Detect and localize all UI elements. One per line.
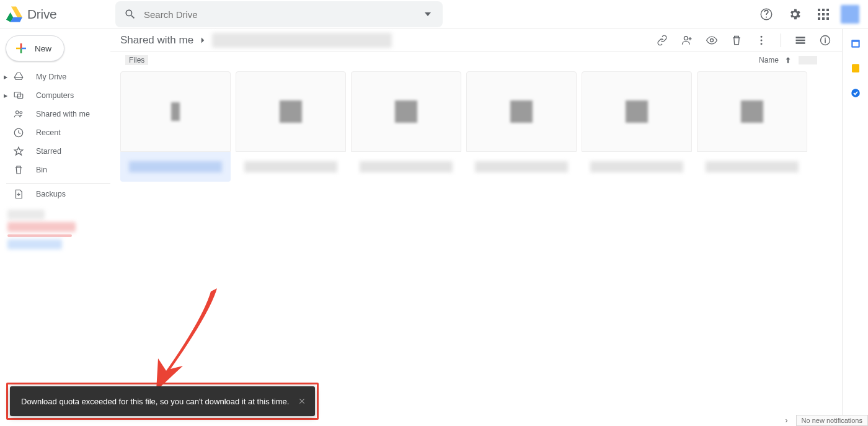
list-view-icon[interactable] [794,33,807,47]
sidebar-item-starred[interactable]: Starred [0,142,110,161]
sidebar-item-label: Recent [36,128,61,137]
new-button[interactable]: New [6,35,64,61]
backups-icon [12,188,25,200]
sidebar-item-backups[interactable]: Backups [0,185,110,203]
status-text: No new notifications [802,417,862,424]
brand[interactable]: Drive [5,6,115,22]
apps-grid-icon[interactable] [812,3,835,25]
bin-icon [12,164,25,176]
keep-addon-icon[interactable] [850,63,861,74]
search-bar[interactable] [115,1,443,27]
svg-rect-7 [818,17,820,20]
file-grid [110,69,842,184]
link-icon[interactable] [655,33,669,47]
computers-icon [12,89,25,102]
sidebar-item-label: Bin [36,166,47,174]
svg-rect-1 [818,9,820,11]
side-panel [842,29,868,426]
svg-point-17 [761,35,763,37]
sidebar-item-label: Starred [36,147,61,156]
file-card[interactable] [466,71,577,182]
svg-rect-6 [826,13,829,16]
sidebar-item-label: Computers [36,91,74,100]
toast-message: Download quota exceeded for this file, s… [21,397,289,406]
new-button-label: New [35,44,51,53]
file-card[interactable] [697,71,807,182]
preview-eye-icon[interactable] [705,33,719,47]
svg-point-19 [761,43,763,45]
toolbar-actions [655,33,832,47]
sidebar: New ▶My Drive ▶Computers Shared with me … [0,29,110,426]
settings-gear-icon[interactable] [784,3,806,25]
sidebar-item-my-drive[interactable]: ▶My Drive [0,68,110,86]
toast-highlight-frame: Download quota exceeded for this file, s… [6,383,319,420]
file-card[interactable] [236,71,346,182]
sidebar-item-computers[interactable]: ▶Computers [0,86,110,105]
separator [781,33,781,47]
storage-section-redacted [7,210,103,249]
svg-rect-5 [822,13,825,16]
sidebar-item-recent[interactable]: Recent [0,123,110,142]
breadcrumb-current-redacted[interactable] [212,33,392,48]
chevron-right-icon [197,35,208,46]
svg-point-15 [684,36,688,40]
file-card[interactable] [120,71,231,182]
more-options-icon[interactable] [755,33,768,47]
avatar[interactable] [841,5,859,24]
my-drive-icon [12,71,25,83]
status-bar: › No new notifications [796,415,868,426]
share-person-icon[interactable] [680,33,694,47]
files-section-label: Files [125,55,148,65]
divider [6,183,110,184]
sort-by-name[interactable]: Name [759,56,792,64]
chevron-right-icon[interactable]: › [786,416,788,425]
info-icon[interactable] [818,33,832,47]
svg-rect-2 [822,9,825,11]
sidebar-item-bin[interactable]: Bin [0,161,110,179]
svg-rect-23 [852,64,859,73]
close-icon[interactable] [298,397,306,406]
list-headers: Files Name [110,51,842,69]
svg-rect-22 [852,42,858,47]
svg-point-12 [16,111,19,114]
file-card[interactable] [351,71,461,182]
breadcrumb-root[interactable]: Shared with me [120,34,193,47]
main-content: Shared with me Files Name [110,29,842,426]
sidebar-item-label: My Drive [36,73,66,81]
sort-asc-arrow-icon [784,56,792,64]
breadcrumb-bar: Shared with me [110,29,842,51]
trash-icon[interactable] [730,33,743,47]
shared-icon [12,108,25,120]
sidebar-item-label: Backups [36,190,66,198]
drive-logo-icon [5,6,22,22]
svg-rect-3 [826,9,829,11]
header-actions [755,3,863,25]
search-icon[interactable] [119,3,141,25]
svg-rect-4 [818,13,820,16]
sidebar-item-shared-with-me[interactable]: Shared with me [0,105,110,123]
svg-rect-9 [826,17,829,20]
file-card[interactable] [582,71,692,182]
calendar-addon-icon[interactable] [850,38,861,49]
toast-notification: Download quota exceeded for this file, s… [10,386,315,416]
svg-point-16 [711,38,714,42]
help-icon[interactable] [755,3,777,25]
svg-rect-8 [822,17,825,20]
sidebar-item-label: Shared with me [36,110,90,118]
search-input[interactable] [141,9,417,20]
recent-icon [12,126,25,139]
search-options-dropdown-icon[interactable] [417,3,439,25]
brand-name: Drive [27,7,57,22]
plus-icon [14,41,29,56]
star-icon [12,145,25,158]
tasks-addon-icon[interactable] [850,87,861,99]
svg-point-13 [20,112,22,114]
header: Drive [0,0,868,29]
svg-point-18 [761,39,763,41]
